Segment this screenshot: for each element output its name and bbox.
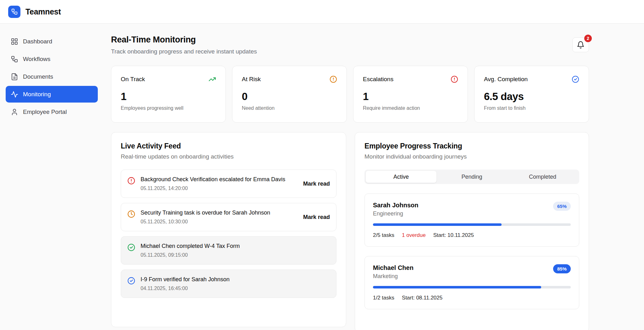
employee-department: Marketing [373, 273, 414, 280]
stat-card-at-risk: At Risk 0 Need attention [232, 66, 347, 123]
stat-label: On Track [121, 76, 145, 83]
feed-timestamp: 05.11.2025, 14:20:00 [141, 186, 298, 191]
stat-value: 1 [121, 91, 216, 103]
workflow-icon [11, 55, 18, 63]
panel-title: Live Activity Feed [121, 142, 336, 150]
feed-timestamp: 05.11.2025, 10:30:00 [141, 219, 298, 225]
employee-department: Engineering [373, 210, 418, 217]
progress-bar-fill [373, 223, 502, 226]
employee-card: Sarah Johnson Engineering 65% 2/5 tasks … [364, 193, 579, 247]
employee-name: Sarah Johnson [373, 202, 418, 209]
feed-text: Background Check Verification escalated … [141, 176, 298, 183]
bell-icon [577, 41, 585, 49]
app-logo [8, 6, 20, 18]
alert-circle-icon [127, 177, 135, 185]
trending-up-icon [208, 76, 216, 83]
notifications-button[interactable]: 2 [572, 37, 589, 52]
sidebar-item-label: Workflows [23, 56, 50, 63]
stat-description: Need attention [242, 105, 337, 111]
tab-pending[interactable]: Pending [436, 171, 507, 183]
feed-text: Security Training task is overdue for Sa… [141, 210, 298, 216]
feed-item: Background Check Verification escalated … [121, 170, 336, 198]
panel-subtitle: Monitor individual onboarding journeys [364, 153, 579, 160]
stat-value: 1 [363, 91, 458, 103]
start-date: Start: 10.11.2025 [433, 232, 474, 238]
page-title: Real-Time Monitoring [111, 35, 257, 45]
clock-icon [127, 210, 135, 218]
live-activity-feed-panel: Live Activity Feed Real-time updates on … [111, 132, 346, 327]
stat-value: 0 [242, 91, 337, 103]
feed-timestamp: 05.11.2025, 09:15:00 [141, 252, 330, 258]
page-subtitle: Track onboarding progress and receive in… [111, 48, 257, 55]
mark-read-button[interactable]: Mark read [303, 181, 330, 187]
stat-card-avg-completion: Avg. Completion 6.5 days From start to f… [474, 66, 589, 123]
sidebar-item-label: Monitoring [23, 91, 51, 98]
main-content: Real-Time Monitoring Track onboarding pr… [103, 24, 644, 330]
stat-description: Require immediate action [363, 105, 458, 111]
stat-card-on-track: On Track 1 Employees progressing well [111, 66, 226, 123]
grid-icon [11, 38, 18, 45]
user-icon [11, 108, 18, 116]
panel-title: Employee Progress Tracking [364, 142, 579, 150]
mark-read-button[interactable]: Mark read [303, 214, 330, 221]
sidebar-item-workflows[interactable]: Workflows [6, 51, 98, 67]
tab-completed[interactable]: Completed [507, 171, 578, 183]
progress-badge: 85% [553, 264, 571, 273]
tasks-count: 1/2 tasks [373, 295, 394, 301]
document-icon [11, 73, 18, 81]
progress-bar [373, 223, 571, 226]
sidebar-item-label: Documents [23, 73, 53, 80]
page-header: Real-Time Monitoring Track onboarding pr… [111, 35, 257, 55]
overdue-count: 1 overdue [402, 232, 426, 238]
employee-card: Michael Chen Marketing 85% 1/2 tasks Sta… [364, 256, 579, 309]
sidebar-item-documents[interactable]: Documents [6, 68, 98, 85]
start-date: Start: 08.11.2025 [402, 295, 442, 301]
employee-name: Michael Chen [373, 264, 414, 271]
stat-label: Avg. Completion [484, 76, 528, 83]
feed-text: I-9 Form verified for Sarah Johnson [141, 276, 330, 283]
progress-tabs: Active Pending Completed [364, 170, 579, 184]
check-circle-icon [572, 76, 579, 83]
activity-icon [11, 91, 18, 98]
employee-progress-panel: Employee Progress Tracking Monitor indiv… [355, 132, 589, 330]
sidebar-item-label: Employee Portal [23, 109, 67, 115]
sidebar: Dashboard Workflows Documents Monitoring… [0, 24, 103, 330]
notification-badge: 2 [584, 34, 592, 43]
stat-value: 6.5 days [484, 91, 579, 103]
check-circle-icon [127, 243, 135, 251]
sidebar-item-label: Dashboard [23, 38, 52, 45]
stats-row: On Track 1 Employees progressing well At… [111, 66, 589, 123]
feed-item: Michael Chen completed W-4 Tax Form 05.1… [121, 236, 336, 265]
stat-description: From start to finish [484, 105, 579, 111]
sidebar-item-monitoring[interactable]: Monitoring [6, 86, 98, 103]
feed-list: Background Check Verification escalated … [121, 170, 336, 298]
panel-subtitle: Real-time updates on onboarding activiti… [121, 153, 336, 160]
workflow-icon [11, 8, 18, 15]
progress-bar-fill [373, 286, 541, 288]
tab-active[interactable]: Active [366, 171, 436, 183]
top-bar: Teamnest [0, 0, 644, 24]
feed-item: I-9 Form verified for Sarah Johnson 04.1… [121, 270, 336, 298]
progress-badge: 65% [553, 202, 571, 211]
feed-timestamp: 04.11.2025, 16:45:00 [141, 286, 330, 291]
app-title: Teamnest [25, 7, 61, 16]
check-circle-icon [127, 277, 135, 285]
tasks-count: 2/5 tasks [373, 232, 394, 238]
feed-item: Security Training task is overdue for Sa… [121, 203, 336, 231]
sidebar-item-employee-portal[interactable]: Employee Portal [6, 103, 98, 120]
feed-text: Michael Chen completed W-4 Tax Form [141, 243, 330, 249]
alert-circle-icon [330, 76, 337, 83]
stat-label: Escalations [363, 76, 393, 83]
stat-label: At Risk [242, 76, 261, 83]
stat-description: Employees progressing well [121, 105, 216, 111]
sidebar-item-dashboard[interactable]: Dashboard [6, 33, 98, 50]
progress-bar [373, 286, 571, 288]
alert-circle-icon [451, 76, 458, 83]
stat-card-escalations: Escalations 1 Require immediate action [353, 66, 468, 123]
